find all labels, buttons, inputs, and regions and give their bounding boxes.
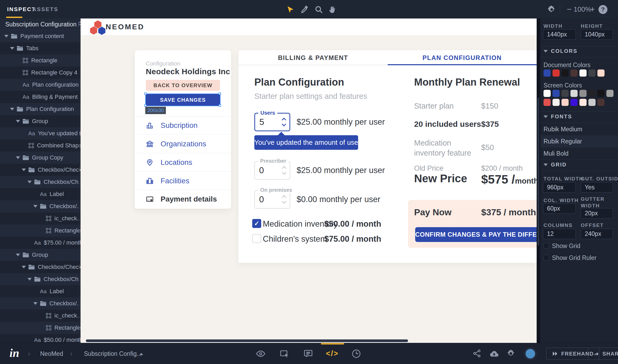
help-button[interactable]: ?: [598, 5, 607, 14]
disclosure-caret-icon[interactable]: [16, 156, 20, 159]
fonts-section-header[interactable]: FONTS: [544, 114, 572, 120]
tab-assets[interactable]: ASSETS: [32, 0, 58, 18]
color-swatch[interactable]: [570, 69, 578, 77]
selection-handle[interactable]: [219, 92, 221, 95]
breadcrumb-project[interactable]: NeoMed: [40, 343, 63, 364]
build-mode-icon[interactable]: [279, 349, 289, 359]
tab-plan-configuration[interactable]: PLAN CONFIGURATION: [388, 50, 537, 65]
color-swatch[interactable]: [588, 90, 596, 97]
disclosure-caret-icon[interactable]: [33, 205, 38, 208]
col-width-input[interactable]: 60px: [543, 203, 576, 214]
color-swatch[interactable]: [579, 69, 587, 77]
total-width-input[interactable]: 960px: [543, 182, 576, 193]
gut-outside-input[interactable]: Yes: [581, 182, 613, 193]
color-swatch[interactable]: [544, 90, 551, 97]
color-swatch[interactable]: [588, 69, 596, 77]
users-stepper[interactable]: Users 5: [254, 113, 290, 131]
layer-row[interactable]: Payment content: [0, 30, 81, 42]
share-button[interactable]: SHARE: [588, 348, 618, 360]
color-swatch[interactable]: [588, 99, 596, 106]
columns-input[interactable]: 12: [543, 229, 576, 239]
layer-row[interactable]: AaBilling & Payment: [0, 91, 81, 103]
layer-row[interactable]: Checkbox/Check...: [0, 164, 81, 176]
menu-item-facilities[interactable]: Facilities: [135, 172, 231, 190]
zoom-in-button[interactable]: +: [590, 0, 595, 18]
disclosure-caret-icon[interactable]: [16, 254, 20, 256]
disclosure-caret-icon[interactable]: [27, 278, 32, 281]
color-swatch[interactable]: [553, 99, 560, 106]
color-swatch[interactable]: [597, 99, 605, 106]
show-grid-ruler-checkbox[interactable]: [544, 255, 549, 260]
share-nodes-icon[interactable]: [472, 349, 482, 359]
color-swatch[interactable]: [606, 90, 614, 97]
color-swatch[interactable]: [553, 69, 560, 77]
avatar[interactable]: [526, 349, 535, 358]
disclosure-caret-icon[interactable]: [22, 266, 26, 268]
selection-handle[interactable]: [144, 92, 147, 95]
layer-row[interactable]: Aa$50.00 / month: [0, 334, 81, 343]
stepper-arrows-icon[interactable]: [282, 118, 287, 127]
layer-row[interactable]: Checkbox/Ch...: [0, 176, 81, 188]
preview-eye-icon[interactable]: [256, 349, 266, 359]
colors-section-header[interactable]: COLORS: [544, 48, 578, 54]
layer-row[interactable]: AaLabel: [0, 285, 81, 297]
disclosure-caret-icon[interactable]: [10, 108, 14, 110]
layer-row[interactable]: Group Copy: [0, 152, 81, 164]
disclosure-caret-icon[interactable]: [22, 169, 26, 171]
color-swatch[interactable]: [544, 99, 551, 106]
layer-row[interactable]: Rectangle Copy 4: [0, 67, 81, 79]
comments-icon[interactable]: [303, 349, 313, 359]
settings-gear-icon[interactable]: [547, 5, 556, 14]
show-grid-checkbox[interactable]: [544, 243, 549, 249]
stepper-arrows-icon[interactable]: [282, 195, 287, 204]
color-swatch[interactable]: [579, 90, 587, 97]
layer-row[interactable]: AaLabel: [0, 188, 81, 200]
selection-handle[interactable]: [219, 104, 221, 107]
tab-billing-payment[interactable]: BILLING & PAYMENT: [238, 50, 388, 65]
screen-picker-caret-icon[interactable]: [139, 353, 143, 355]
stepper-arrows-icon[interactable]: [282, 166, 287, 175]
layer-row[interactable]: Aa$75.00 / month: [0, 237, 81, 249]
confirm-changes-button[interactable]: CONFIRM CHANGES & PAY THE DIFFERENCE: [415, 227, 537, 242]
selection-handle[interactable]: [144, 104, 147, 107]
medication-inventory-checkbox[interactable]: ✓: [252, 219, 261, 228]
tab-inspect[interactable]: INSPECT: [7, 0, 36, 18]
eyedropper-tool-icon[interactable]: [300, 5, 309, 14]
color-swatch[interactable]: [579, 99, 587, 106]
layer-row[interactable]: Checkbox/...: [0, 297, 81, 310]
color-swatch[interactable]: [561, 69, 569, 77]
color-swatch[interactable]: [597, 69, 605, 77]
disclosure-caret-icon[interactable]: [4, 35, 8, 38]
layer-row[interactable]: ic_check...: [0, 212, 81, 225]
sidebar-scrollbar[interactable]: [79, 18, 79, 343]
width-input[interactable]: 1440px: [543, 29, 576, 40]
disclosure-caret-icon[interactable]: [16, 120, 20, 123]
layer-row[interactable]: Rectangle: [0, 54, 81, 67]
layer-row[interactable]: Checkbox/Ch...: [0, 273, 81, 285]
gutter-width-input[interactable]: 20px: [581, 208, 613, 218]
color-swatch[interactable]: [570, 99, 578, 106]
invision-logo[interactable]: in: [10, 343, 19, 364]
disclosure-caret-icon[interactable]: [33, 302, 38, 305]
height-input[interactable]: 1040px: [581, 29, 613, 40]
layer-row[interactable]: Rectangle: [0, 322, 81, 334]
canvas-horizontal-scrollbar[interactable]: [86, 339, 408, 342]
inspect-code-icon[interactable]: </>: [326, 343, 339, 364]
childrens-system-checkbox[interactable]: [252, 234, 261, 243]
save-changes-button[interactable]: SAVE CHANGES: [146, 94, 220, 106]
color-swatch[interactable]: [561, 90, 569, 97]
console-gear-icon[interactable]: [507, 349, 517, 359]
layer-row[interactable]: Rectangle: [0, 225, 81, 237]
breadcrumb-screen[interactable]: Subscription Config...: [84, 343, 142, 364]
on-premises-stepper[interactable]: On premises 0: [254, 190, 290, 209]
menu-item-organizations[interactable]: Organizations: [135, 135, 231, 153]
offset-input[interactable]: 240px: [581, 229, 613, 239]
hand-tool-icon[interactable]: [328, 5, 337, 14]
grid-section-header[interactable]: GRID: [544, 162, 567, 168]
layer-row[interactable]: AaPlan configuration: [0, 79, 81, 91]
cursor-tool-icon[interactable]: [286, 5, 295, 14]
back-to-overview-button[interactable]: BACK TO OVERVIEW: [146, 80, 220, 91]
zoom-tool-icon[interactable]: [314, 5, 323, 14]
menu-item-locations[interactable]: Locations: [135, 153, 231, 172]
cloud-upload-icon[interactable]: [489, 349, 499, 359]
